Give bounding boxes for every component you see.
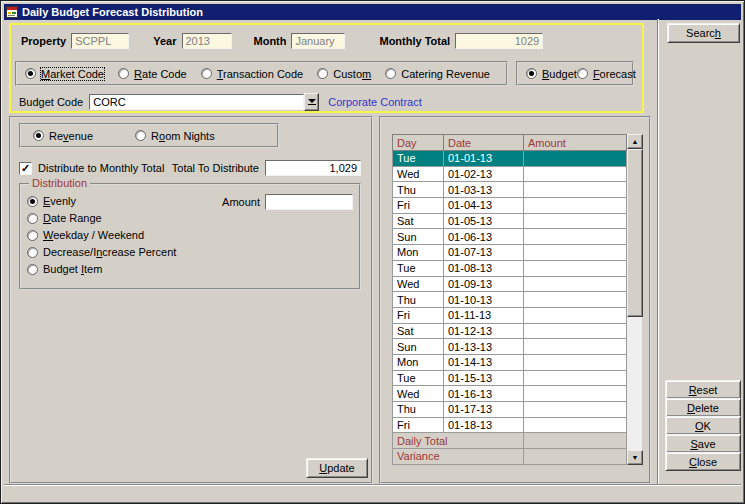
radio-label: Market Code bbox=[41, 68, 104, 80]
date-cell: 01-09-13 bbox=[444, 276, 524, 292]
radio-room-nights[interactable]: Room Nights bbox=[135, 130, 215, 142]
table-row[interactable]: Tue01-15-13 bbox=[393, 370, 627, 386]
monthly-total-field[interactable]: 1029 bbox=[455, 33, 543, 49]
table-row[interactable]: Thu01-17-13 bbox=[393, 402, 627, 418]
date-cell: 01-14-13 bbox=[444, 354, 524, 370]
table-row[interactable]: Sun01-13-13 bbox=[393, 339, 627, 355]
amount-row: Amount bbox=[222, 194, 353, 210]
distribute-checkbox-label: Distribute to Monthly Total bbox=[38, 162, 164, 174]
summary-row-daily-total: Daily Total bbox=[393, 433, 627, 449]
amount-cell bbox=[524, 292, 627, 308]
day-cell: Mon bbox=[393, 354, 444, 370]
header-fields-row: Property SCPPL Year 2013 Month January M… bbox=[21, 32, 543, 50]
ok-button[interactable]: OK bbox=[665, 416, 741, 435]
date-cell: 01-12-13 bbox=[444, 323, 524, 339]
radio-circle-icon bbox=[27, 264, 38, 275]
radio-label: Weekday / Weekend bbox=[43, 229, 144, 241]
property-field[interactable]: SCPPL bbox=[71, 33, 129, 49]
table-row[interactable]: Tue01-01-13 bbox=[393, 151, 627, 167]
search-button[interactable]: Search bbox=[667, 23, 740, 43]
table-row[interactable]: Mon01-14-13 bbox=[393, 354, 627, 370]
day-cell: Sun bbox=[393, 339, 444, 355]
radio-weekday-weekend[interactable]: Weekday / Weekend bbox=[27, 229, 176, 241]
table-row[interactable]: Fri01-04-13 bbox=[393, 198, 627, 214]
table-scrollbar[interactable]: ▲ ▼ bbox=[627, 134, 642, 465]
table-row[interactable]: Wed01-16-13 bbox=[393, 386, 627, 402]
amount-cell bbox=[524, 402, 627, 418]
radio-label: Custom bbox=[333, 68, 371, 80]
total-to-distribute-field[interactable]: 1,029 bbox=[265, 160, 361, 176]
table-row[interactable]: Sun01-06-13 bbox=[393, 229, 627, 245]
radio-label: Forecast bbox=[593, 68, 636, 80]
radio-evenly[interactable]: Evenly bbox=[27, 195, 176, 207]
budget-code-row: Budget Code CORC Corporate Contract bbox=[19, 93, 422, 111]
day-cell: Thu bbox=[393, 182, 444, 198]
col-header-day: Day bbox=[393, 135, 444, 151]
year-field[interactable]: 2013 bbox=[182, 33, 232, 49]
scroll-up-icon[interactable]: ▲ bbox=[627, 134, 643, 149]
amount-cell bbox=[524, 370, 627, 386]
radio-rate-code[interactable]: Rate Code bbox=[118, 68, 187, 80]
radio-label: Transaction Code bbox=[217, 68, 303, 80]
summary-amount-cell bbox=[524, 433, 627, 449]
scroll-down-icon[interactable]: ▼ bbox=[627, 450, 643, 465]
distribution-group-title: Distribution bbox=[29, 177, 90, 189]
radio-date-range[interactable]: Date Range bbox=[27, 212, 176, 224]
reset-button[interactable]: Reset bbox=[665, 380, 741, 399]
radio-label: Evenly bbox=[43, 195, 76, 207]
day-cell: Wed bbox=[393, 386, 444, 402]
table-row[interactable]: Wed01-02-13 bbox=[393, 166, 627, 182]
save-button[interactable]: Save bbox=[665, 434, 741, 453]
summary-label: Daily Total bbox=[393, 433, 524, 449]
table-row[interactable]: Fri01-11-13 bbox=[393, 307, 627, 323]
distribution-options: EvenlyDate RangeWeekday / WeekendDecreas… bbox=[27, 195, 176, 275]
radio-market-code[interactable]: Market Code bbox=[25, 68, 104, 80]
delete-button[interactable]: Delete bbox=[665, 398, 741, 417]
distribute-row: ✓ Distribute to Monthly Total Total To D… bbox=[19, 159, 361, 177]
amount-cell bbox=[524, 307, 627, 323]
radio-decrease-increase-percent[interactable]: Decrease/Increase Percent bbox=[27, 246, 176, 258]
summary-amount-cell bbox=[524, 449, 627, 465]
radio-transaction-code[interactable]: Transaction Code bbox=[201, 68, 303, 80]
radio-budget-item[interactable]: Budget Item bbox=[27, 263, 176, 275]
radio-custom[interactable]: Custom bbox=[317, 68, 371, 80]
update-button[interactable]: Update bbox=[306, 458, 368, 478]
scrollbar-thumb[interactable] bbox=[627, 149, 643, 317]
radio-label: Rate Code bbox=[134, 68, 187, 80]
date-cell: 01-15-13 bbox=[444, 370, 524, 386]
table-row[interactable]: Fri01-18-13 bbox=[393, 417, 627, 433]
day-cell: Wed bbox=[393, 276, 444, 292]
summary-label: Variance bbox=[393, 449, 524, 465]
amount-cell bbox=[524, 166, 627, 182]
table-row[interactable]: Thu01-10-13 bbox=[393, 292, 627, 308]
amount-cell bbox=[524, 323, 627, 339]
distribute-checkbox[interactable]: ✓ bbox=[19, 162, 32, 175]
total-to-distribute-label: Total To Distribute bbox=[172, 162, 259, 174]
summary-row-variance: Variance bbox=[393, 449, 627, 465]
table-row[interactable]: Sat01-12-13 bbox=[393, 323, 627, 339]
amount-cell bbox=[524, 151, 627, 167]
radio-circle-icon bbox=[33, 130, 44, 141]
close-button[interactable]: Close bbox=[665, 452, 741, 471]
amount-field[interactable] bbox=[265, 194, 353, 210]
date-cell: 01-02-13 bbox=[444, 166, 524, 182]
budget-code-input[interactable]: CORC bbox=[89, 94, 304, 110]
table-row[interactable]: Sat01-05-13 bbox=[393, 213, 627, 229]
month-field[interactable]: January bbox=[291, 33, 345, 49]
table-row[interactable]: Wed01-09-13 bbox=[393, 276, 627, 292]
table-row[interactable]: Thu01-03-13 bbox=[393, 182, 627, 198]
code-type-row: Market CodeRate CodeTransaction CodeCust… bbox=[15, 61, 634, 86]
radio-catering-revenue[interactable]: Catering Revenue bbox=[385, 68, 490, 80]
radio-budget[interactable]: Budget bbox=[526, 68, 577, 80]
day-cell: Wed bbox=[393, 166, 444, 182]
day-cell: Sat bbox=[393, 213, 444, 229]
date-cell: 01-18-13 bbox=[444, 417, 524, 433]
amount-cell bbox=[524, 417, 627, 433]
date-cell: 01-06-13 bbox=[444, 229, 524, 245]
table-row[interactable]: Tue01-08-13 bbox=[393, 260, 627, 276]
radio-label: Decrease/Increase Percent bbox=[43, 246, 176, 258]
radio-revenue[interactable]: Revenue bbox=[33, 130, 93, 142]
budget-code-dropdown-button[interactable] bbox=[304, 93, 319, 111]
table-row[interactable]: Mon01-07-13 bbox=[393, 245, 627, 261]
radio-forecast[interactable]: Forecast bbox=[577, 68, 636, 80]
